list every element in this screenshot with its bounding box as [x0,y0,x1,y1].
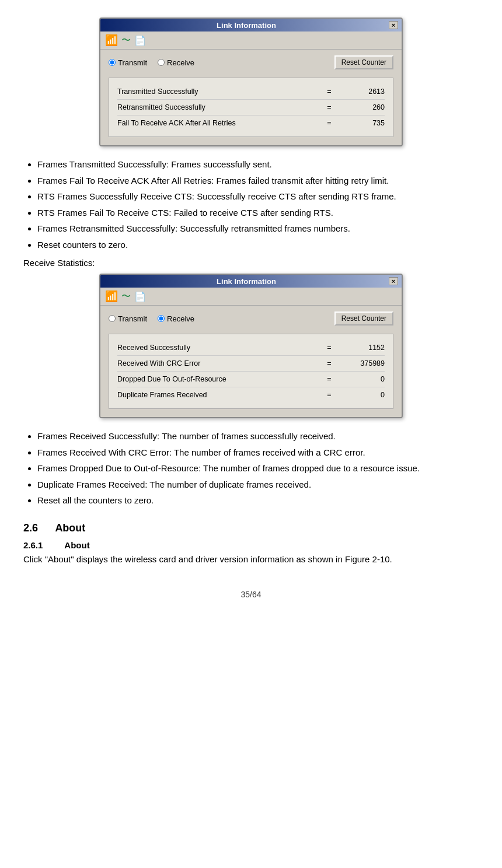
receive-dialog-titlebar: Link Information × [100,275,402,288]
list-item: Frames Transmitted Successfully: Frames … [37,157,479,172]
list-item: Frames Received With CRC Error: The numb… [37,445,479,460]
section-2-6-1-heading: 2.6.1 About [23,540,479,550]
transmit-reset-counter-button[interactable]: Reset Counter [334,55,393,69]
stat-label-0: Transmitted Successfully [117,88,320,96]
table-row: Dropped Due To Out-of-Resource = 0 [117,372,385,387]
wave-icon-2: 〜 [121,290,131,303]
rx-stat-eq-1: = [320,359,338,368]
list-item: Frames Retransmitted Successfully: Succe… [37,221,479,236]
receive-dialog-body: Transmit Receive Reset Counter Received … [100,306,402,417]
rx-stat-eq-0: = [320,344,338,352]
stat-value-1: 260 [338,103,385,111]
list-item: Frames Received Successfully: The number… [37,429,479,444]
transmit-radio-text: Transmit [118,58,147,67]
page-footer: 35/64 [23,590,479,599]
receive-dialog: Link Information × 📶 〜 📄 Transmit Receiv… [99,274,403,418]
list-item: Frames Fail To Receive ACK After All Ret… [37,173,479,188]
receive-reset-counter-button[interactable]: Reset Counter [334,312,393,326]
receive-receive-radio-text: Receive [167,314,194,323]
stat-label-1: Retransmitted Successfully [117,103,320,111]
table-row: Transmitted Successfully = 2613 [117,84,385,100]
receive-radio-text: Receive [167,58,194,67]
receive-transmit-radio-text: Transmit [118,314,147,323]
table-row: Fail To Receive ACK After All Retries = … [117,116,385,131]
stat-eq-2: = [320,119,338,127]
wifi-icon-2: 📶 [105,290,118,303]
receive-radio-input[interactable] [158,59,165,66]
list-item: Duplicate Frames Received: The number of… [37,477,479,492]
list-item: Reset all the counters to zero. [37,493,479,508]
receive-dialog-toolbar: 📶 〜 📄 [100,288,402,306]
receive-bullet-list: Frames Received Successfully: The number… [37,429,479,508]
rx-stat-eq-3: = [320,391,338,399]
receive-section-label: Receive Statistics: [23,258,479,268]
receive-dialog-close-button[interactable]: × [389,277,398,285]
transmit-stats-panel: Transmitted Successfully = 2613 Retransm… [109,78,393,137]
doc-icon: 📄 [134,35,146,46]
stat-label-2: Fail To Receive ACK After All Retries [117,119,320,127]
wifi-icon: 📶 [105,34,118,47]
receive-radio-label[interactable]: Receive [158,58,194,67]
table-row: Received With CRC Error = 375989 [117,356,385,372]
list-item: Reset counters to zero. [37,237,479,253]
section-2-6-1-number: 2.6.1 [23,540,43,550]
rx-stat-label-0: Received Successfully [117,344,320,352]
receive-dialog-wrapper: Link Information × 📶 〜 📄 Transmit Receiv… [23,274,479,418]
transmit-dialog-title: Link Information [104,21,389,30]
receive-stats-panel: Received Successfully = 1152 Received Wi… [109,334,393,409]
stat-eq-0: = [320,88,338,96]
rx-stat-value-3: 0 [338,391,385,399]
stat-value-0: 2613 [338,88,385,96]
transmit-bullet-list: Frames Transmitted Successfully: Frames … [37,157,479,252]
transmit-dialog-body: Transmit Receive Reset Counter Transmitt… [100,50,402,145]
transmit-dialog-wrapper: Link Information × 📶 〜 📄 Transmit Receiv… [23,18,479,146]
transmit-options-row: Transmit Receive Reset Counter [109,55,393,69]
about-paragraph: Click "About" displays the wireless card… [23,552,479,566]
section-2-6-heading: 2.6 About [23,522,479,534]
receive-receive-radio-input[interactable] [158,315,165,322]
section-2-6-title: About [55,522,85,534]
transmit-dialog-toolbar: 📶 〜 📄 [100,32,402,50]
page-number: 35/64 [240,590,261,599]
rx-stat-value-0: 1152 [338,344,385,352]
rx-stat-eq-2: = [320,375,338,383]
rx-stat-label-1: Received With CRC Error [117,359,320,368]
section-2-6-number: 2.6 [23,522,38,534]
list-item: Frames Dropped Due to Out-of-Resource: T… [37,461,479,476]
list-item: RTS Frames Fail To Receive CTS: Failed t… [37,205,479,220]
receive-dialog-title: Link Information [104,277,389,286]
rx-stat-value-2: 0 [338,375,385,383]
rx-stat-label-2: Dropped Due To Out-of-Resource [117,375,320,383]
table-row: Retransmitted Successfully = 260 [117,100,385,116]
transmit-radio-label[interactable]: Transmit [109,58,147,67]
table-row: Received Successfully = 1152 [117,340,385,356]
receive-options-row: Transmit Receive Reset Counter [109,312,393,326]
transmit-dialog-titlebar: Link Information × [100,19,402,32]
transmit-dialog: Link Information × 📶 〜 📄 Transmit Receiv… [99,18,403,146]
receive-radio-group: Transmit Receive [109,314,194,323]
list-item: RTS Frames Successfully Receive CTS: Suc… [37,189,479,204]
wave-icon: 〜 [121,34,131,47]
rx-stat-value-1: 375989 [338,359,385,368]
transmit-dialog-close-button[interactable]: × [389,21,398,29]
transmit-radio-group: Transmit Receive [109,58,194,67]
stat-value-2: 735 [338,119,385,127]
section-2-6-1-title: About [64,540,89,550]
rx-stat-label-3: Duplicate Frames Received [117,391,320,399]
table-row: Duplicate Frames Received = 0 [117,387,385,402]
stat-eq-1: = [320,103,338,111]
transmit-radio-input[interactable] [109,59,116,66]
doc-icon-2: 📄 [134,291,146,302]
receive-transmit-radio-input[interactable] [109,315,116,322]
receive-receive-radio-label[interactable]: Receive [158,314,194,323]
receive-transmit-radio-label[interactable]: Transmit [109,314,147,323]
